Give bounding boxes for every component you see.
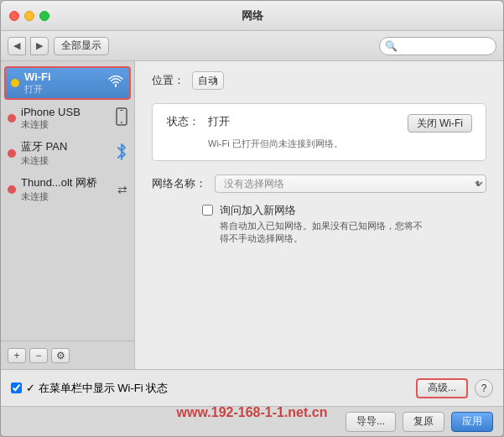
network-name-select-wrapper: 没有选择网络 ⬍ — [215, 174, 486, 193]
add-button[interactable]: + — [8, 348, 26, 363]
sidebar-item-wifi[interactable]: Wi-Fi 打开 — [4, 66, 131, 100]
svg-point-2 — [121, 122, 122, 123]
bluetooth-item-text: 蓝牙 PAN 未连接 — [21, 139, 112, 167]
sidebar: Wi-Fi 打开 — [1, 61, 135, 369]
sidebar-item-thunderbolt[interactable]: Thund...olt 网桥 未连接 ⇄ — [1, 171, 134, 207]
bluetooth-item-name: 蓝牙 PAN — [21, 139, 112, 154]
import-button[interactable]: 导导... — [346, 412, 396, 432]
iphone-usb-status-dot — [8, 114, 16, 122]
location-select[interactable]: 自动 — [192, 71, 224, 90]
minimize-button[interactable] — [24, 11, 34, 21]
status-note: Wi-Fi 已打开但尚未连接到网络。 — [208, 138, 472, 150]
thunderbolt-item-name: Thund...olt 网桥 — [21, 175, 114, 190]
maximize-button[interactable] — [39, 11, 49, 21]
network-name-row: 网络名称： 没有选择网络 ⬍ — [152, 174, 486, 193]
bluetooth-icon — [116, 143, 127, 164]
sidebar-item-iphone-usb[interactable]: iPhone USB 未连接 — [1, 101, 134, 135]
wifi-icon — [107, 75, 124, 92]
detail-panel: 位置： 自动 ⬍ 状态： 打开 关闭 Wi-Fi Wi-Fi — [135, 61, 503, 369]
thunderbolt-item-status: 未连接 — [21, 190, 114, 203]
help-button[interactable]: ? — [475, 379, 493, 398]
restore-button[interactable]: 复原 — [403, 412, 444, 432]
location-select-wrapper: 自动 ⬍ — [192, 71, 224, 90]
back-button[interactable]: ◀ — [8, 37, 26, 55]
search-icon: 🔍 — [385, 40, 397, 52]
close-button[interactable] — [9, 11, 19, 21]
location-label: 位置： — [152, 73, 185, 88]
iphone-icon — [116, 107, 127, 129]
bluetooth-item-status: 未连接 — [21, 154, 112, 167]
wifi-status-checkbox-row: ✓ 在菜单栏中显示 Wi-Fi 状态 — [11, 381, 409, 396]
wifi-item-text: Wi-Fi 打开 — [24, 70, 104, 96]
location-row: 位置： 自动 ⬍ — [152, 71, 486, 90]
ask-join-label: 询问加入新网络 — [220, 203, 423, 218]
advanced-button[interactable]: 高级... — [416, 378, 468, 398]
svg-rect-1 — [120, 110, 123, 111]
main-content: Wi-Fi 打开 — [1, 61, 503, 369]
thunderbolt-status-dot — [8, 185, 16, 194]
show-wifi-status-checkbox[interactable] — [11, 382, 22, 393]
ask-join-desc: 将自动加入已知网络。如果没有已知网络，您将不得不手动选择网络。 — [220, 220, 423, 246]
status-label: 状态： — [166, 114, 200, 129]
bottom-bar: ✓ 在菜单栏中显示 Wi-Fi 状态 高级... ? — [1, 369, 503, 406]
checkbox-row: 询问加入新网络 将自动加入已知网络。如果没有已知网络，您将不得不手动选择网络。 — [202, 203, 486, 246]
sidebar-footer: + − ⚙ — [1, 341, 134, 369]
remove-button[interactable]: − — [29, 348, 48, 363]
ask-join-label-wrapper: 询问加入新网络 将自动加入已知网络。如果没有已知网络，您将不得不手动选择网络。 — [220, 203, 423, 246]
window-title: 网络 — [242, 8, 263, 23]
status-value: 打开 — [208, 114, 230, 129]
show-all-button[interactable]: 全部显示 — [54, 37, 109, 55]
thunderbolt-icon: ⇄ — [117, 183, 127, 196]
network-name-select[interactable]: 没有选择网络 — [215, 174, 486, 193]
ask-join-checkbox[interactable] — [202, 205, 213, 216]
status-row: 状态： 打开 关闭 Wi-Fi — [166, 114, 472, 133]
sidebar-list: Wi-Fi 打开 — [1, 61, 134, 341]
gear-button[interactable]: ⚙ — [51, 348, 70, 363]
apply-button[interactable]: 应用 — [451, 412, 493, 432]
close-wifi-button[interactable]: 关闭 Wi-Fi — [408, 114, 472, 133]
wifi-item-name: Wi-Fi — [24, 70, 104, 83]
thunderbolt-item-text: Thund...olt 网桥 未连接 — [21, 175, 114, 203]
network-name-label: 网络名称： — [152, 176, 206, 191]
iphone-usb-item-text: iPhone USB 未连接 — [21, 106, 112, 131]
iphone-usb-item-name: iPhone USB — [21, 106, 112, 118]
status-section: 状态： 打开 关闭 Wi-Fi Wi-Fi 已打开但尚未连接到网络。 — [152, 103, 486, 161]
bluetooth-status-dot — [8, 149, 16, 158]
toolbar: ◀ ▶ 全部显示 🔍 — [1, 31, 503, 61]
iphone-usb-item-status: 未连接 — [21, 118, 112, 131]
traffic-lights — [9, 11, 49, 21]
wifi-status-dot — [11, 79, 19, 87]
forward-button[interactable]: ▶ — [30, 37, 49, 55]
titlebar: 网络 — [1, 1, 503, 31]
show-wifi-status-label: ✓ 在菜单栏中显示 Wi-Fi 状态 — [26, 381, 168, 396]
search-wrapper: 🔍 — [379, 37, 496, 55]
action-bar: 导导... 复原 应用 — [1, 406, 503, 436]
sidebar-item-bluetooth[interactable]: 蓝牙 PAN 未连接 — [1, 135, 134, 171]
wifi-item-status: 打开 — [24, 83, 104, 96]
